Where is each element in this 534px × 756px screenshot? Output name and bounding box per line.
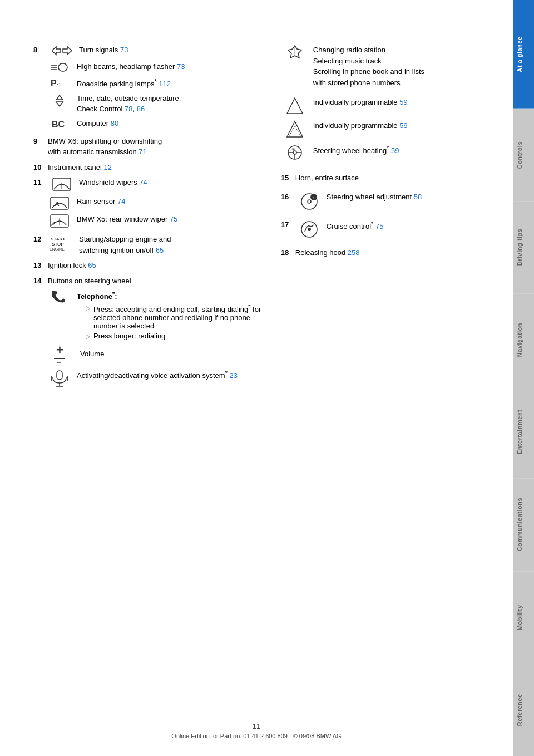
svg-text:BC: BC (52, 120, 65, 129)
svg-marker-27 (287, 98, 303, 114)
svg-text:!: ! (312, 195, 314, 200)
svg-text:P: P (51, 78, 57, 88)
rear-wiper-text: BMW X5: rear window wiper 75 (77, 214, 264, 225)
telephone-text: Telephone*: ▷ Press: accepting and endin… (77, 291, 264, 342)
steering-heating-icon: ✳ (281, 144, 309, 161)
svg-text:ENGINE: ENGINE (50, 247, 65, 251)
individually-prog-2-icon (281, 120, 309, 138)
rain-sensor-entry: A Rain sensor 74 (46, 196, 264, 210)
svg-marker-28 (287, 121, 303, 137)
sidebar-tab-controls[interactable]: Controls (513, 109, 534, 201)
section-9-text: BMW X6: upshifting or downshiftingwith a… (48, 136, 264, 158)
section-10: 10 Instrument panel 12 (33, 162, 264, 173)
svg-text:−: − (56, 357, 61, 365)
section-number-11: 11 (33, 178, 46, 186)
section-8-header: 8 Turn signals 73 (33, 45, 264, 57)
section-16-text: Steering wheel adjustment 58 (327, 192, 491, 203)
radio-text: Changing radio stationSelecting music tr… (313, 45, 491, 88)
volume-icon: + − (46, 345, 73, 365)
section-15-text: Horn, entire surface (295, 173, 491, 184)
bullet-2: ▷ Press longer: redialing (86, 332, 264, 340)
individually-prog-2-entry: Individually programmable 59 (281, 120, 491, 138)
page-footer: 11 Online Edition for Part no. 01 41 2 6… (0, 722, 513, 739)
svg-marker-9 (56, 102, 63, 106)
steering-heating-text: Steering wheel heating* 59 (313, 144, 491, 156)
section-number-16: 16 (281, 193, 293, 201)
rain-sensor-text: Rain sensor 74 (77, 196, 264, 207)
windshield-wipers-text: Windshield wipers 74 (79, 177, 264, 188)
sidebar-tab-driving-tips[interactable]: Driving tips (513, 201, 534, 293)
parking-lamps-icon: P ≤ (46, 77, 73, 89)
voice-icon (46, 369, 73, 389)
individually-prog-2-text: Individually programmable 59 (313, 120, 491, 131)
svg-text:START: START (51, 237, 65, 242)
section-10-text: Instrument panel 12 (48, 162, 264, 173)
section-12: 12 START STOP ENGINE Starting/stopping e… (33, 234, 264, 256)
section-number-14: 14 (33, 277, 46, 285)
temp-text: Time, date, outside temperature,Check Co… (77, 93, 264, 115)
svg-marker-1 (63, 47, 72, 55)
svg-rect-5 (58, 63, 67, 71)
svg-marker-8 (56, 95, 63, 100)
section-number-13: 13 (33, 261, 46, 269)
computer-icon: BC (46, 118, 73, 130)
svg-text:+: + (56, 345, 63, 357)
sidebar-tab-navigation[interactable]: Navigation (513, 293, 534, 386)
cruise-control-icon (295, 219, 323, 239)
section-number-15: 15 (281, 174, 293, 182)
volume-text: Volume (80, 350, 104, 358)
start-stop-icon: START STOP ENGINE (48, 234, 76, 252)
temp-entry: Time, date, outside temperature,Check Co… (46, 93, 264, 115)
sidebar-tab-mobility[interactable]: Mobility (513, 571, 534, 664)
svg-rect-24 (57, 371, 62, 380)
steering-adjust-icon: ! (295, 192, 323, 212)
temp-icon (46, 93, 73, 109)
section-number-9: 9 (33, 137, 46, 145)
telephone-bullets: ▷ Press: accepting and ending call, star… (86, 303, 264, 340)
individually-prog-1-entry: Individually programmable 59 (281, 97, 491, 115)
individually-prog-1-text: Individually programmable 59 (313, 97, 491, 108)
section-12-text: Starting/stopping engine andswitching ig… (79, 234, 264, 256)
section-14-header: 14 Buttons on steering wheel (33, 276, 264, 287)
section-number-17: 17 (281, 220, 293, 229)
volume-subsection: + − Volume (73, 345, 264, 365)
high-beams-text: High beams, headlamp flasher 73 (77, 61, 264, 72)
rear-wiper-entry: BMW X5: rear window wiper 75 (46, 214, 264, 228)
sidebar-tab-communications[interactable]: Communications (513, 478, 534, 571)
section-9: 9 BMW X6: upshifting or downshiftingwith… (33, 136, 264, 158)
sidebar-tab-reference[interactable]: Reference (513, 664, 534, 756)
svg-marker-0 (52, 47, 61, 55)
section-number-8: 8 (33, 46, 46, 54)
bullet-1: ▷ Press: accepting and ending call, star… (86, 303, 264, 330)
section-14-text: Buttons on steering wheel (48, 276, 264, 287)
svg-point-42 (308, 228, 311, 231)
footer-text: Online Edition for Part no. 01 41 2 600 … (0, 733, 513, 739)
windshield-wipers-icon (48, 177, 76, 192)
page-number: 11 (0, 722, 513, 730)
sidebar-tab-entertainment[interactable]: Entertainment (513, 386, 534, 478)
parking-lamps-text: Roadside parking lamps* 112 (77, 77, 264, 90)
voice-subsection: Activating/deactivating voice activation… (46, 369, 264, 389)
section-18-text: Releasing hood 258 (295, 247, 491, 258)
rear-wiper-icon (46, 214, 73, 228)
steering-heating-entry: ✳ Steering wheel heating* 59 (281, 144, 491, 161)
telephone-icon (46, 291, 73, 311)
turn-signals-text: Turn signals 73 (79, 45, 264, 56)
parking-lamps-entry: P ≤ Roadside parking lamps* 112 (46, 77, 264, 90)
section-17: 17 Cruise control* 75 (281, 219, 491, 239)
section-13: 13 Ignition lock 65 (33, 260, 264, 271)
section-13-text: Ignition lock 65 (48, 260, 264, 271)
high-beams-icon (46, 61, 73, 73)
radio-icon (281, 45, 309, 62)
section-11-header: 11 Windshield wipers 74 (33, 177, 264, 192)
section-18: 18 Releasing hood 258 (281, 247, 491, 258)
section-number-12: 12 (33, 235, 46, 243)
high-beams-entry: High beams, headlamp flasher 73 (46, 61, 264, 73)
section-17-text: Cruise control* 75 (327, 219, 491, 232)
rain-sensor-icon: A (46, 196, 73, 210)
computer-entry: BC Computer 80 (46, 118, 264, 130)
sidebar-tab-at-a-glance[interactable]: At a glance (513, 0, 534, 109)
individually-prog-1-icon (281, 97, 309, 115)
svg-text:STOP: STOP (52, 242, 64, 247)
section-15: 15 Horn, entire surface (281, 173, 491, 184)
